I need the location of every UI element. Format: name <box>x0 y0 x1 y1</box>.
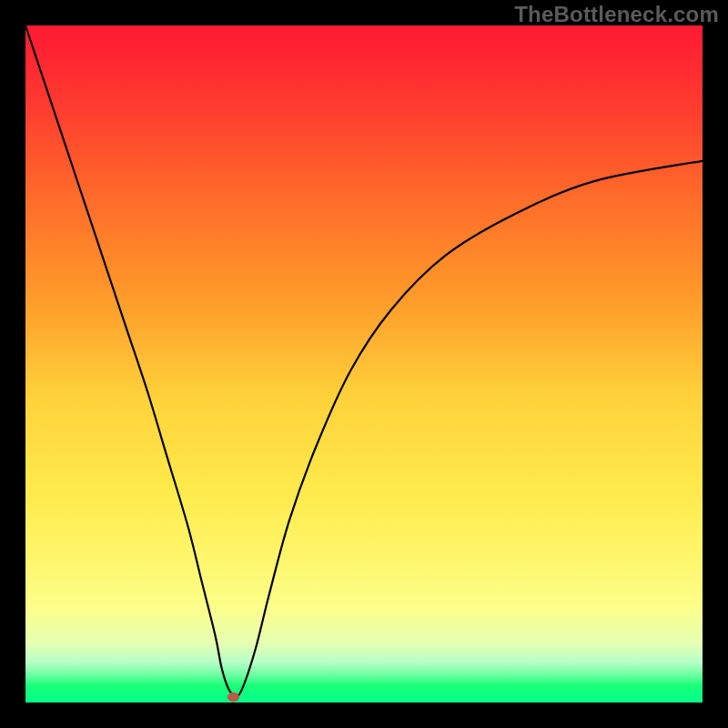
watermark-text: TheBottleneck.com <box>514 2 719 27</box>
chart-frame: TheBottleneck.com <box>0 0 728 728</box>
minimum-marker <box>228 693 238 702</box>
plot-area <box>25 25 703 703</box>
bottleneck-curve <box>25 25 703 696</box>
chart-svg <box>25 25 703 703</box>
